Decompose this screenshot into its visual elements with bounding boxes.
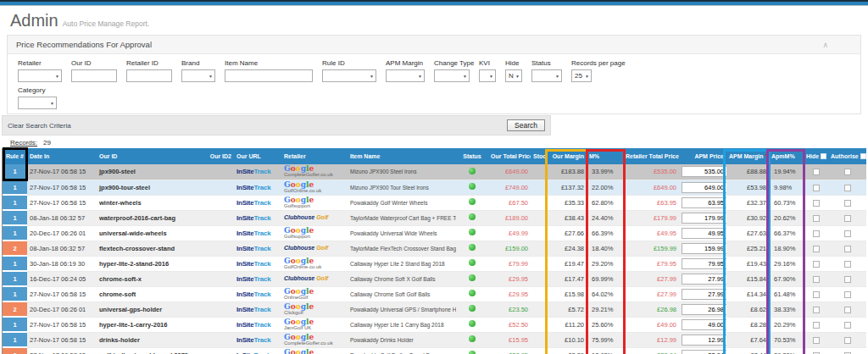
search-button[interactable]: Search: [507, 119, 545, 131]
col-our-id[interactable]: Our ID: [97, 148, 200, 164]
authorise-all-checkbox[interactable]: [860, 153, 866, 159]
col-stock[interactable]: Stock: [531, 148, 548, 164]
retailer-select[interactable]: ▼: [18, 69, 62, 82]
table-row[interactable]: 2 20-Dec-17 06:26 01 universal-gps-holde…: [3, 301, 866, 317]
authorise-checkbox[interactable]: [844, 200, 851, 207]
status-select[interactable]: ▼: [531, 69, 562, 82]
table-row[interactable]: 1 27-Nov-17 06:58 15 hyper-lite-1-carry-…: [3, 317, 866, 332]
table-row[interactable]: 1 20-Dec-17 06:26 01 universal-wide-whee…: [3, 225, 866, 241]
hide-checkbox[interactable]: [813, 322, 820, 329]
table-row[interactable]: 1 27-Nov-17 06:58 15 winter-wheels InSit…: [3, 195, 866, 210]
authorise-checkbox[interactable]: [844, 337, 851, 344]
our-url-cell[interactable]: InSiteTrack: [234, 286, 281, 301]
authorise-checkbox[interactable]: [844, 307, 851, 313]
col-m-pct[interactable]: M%: [587, 148, 623, 164]
our-url-cell[interactable]: InSiteTrack: [234, 301, 281, 317]
col-apm-price[interactable]: APM Price: [679, 148, 726, 164]
retailer-cell[interactable]: GoogleGolfsupport: [281, 195, 348, 210]
apm-price-input[interactable]: [682, 243, 726, 254]
retailer-cell[interactable]: GoogleClickgolf: [281, 301, 348, 317]
hide-checkbox[interactable]: [813, 185, 820, 191]
retailer-id-input[interactable]: [126, 69, 172, 82]
authorise-checkbox[interactable]: [844, 276, 851, 283]
apm-price-input[interactable]: [682, 274, 726, 285]
retailer-cell[interactable]: GoogleGolfOnline.co.uk: [281, 180, 348, 195]
our-url-cell[interactable]: InSiteTrack: [234, 180, 281, 195]
our-id-input[interactable]: [71, 69, 117, 82]
our-url-cell[interactable]: InSiteTrack: [234, 210, 281, 225]
table-row[interactable]: 1 27-Nov-17 06:58 15 jpx900-tour-steel I…: [3, 180, 866, 195]
hide-checkbox[interactable]: [813, 291, 820, 298]
col-our-total-price[interactable]: Our Total Price: [488, 148, 531, 164]
hide-checkbox[interactable]: [813, 246, 820, 252]
hide-all-checkbox[interactable]: [821, 153, 826, 159]
records-per-page-select[interactable]: 25▼: [571, 69, 592, 82]
retailer-cell[interactable]: GoogleGolfsupport: [281, 225, 348, 241]
apm-price-input[interactable]: [682, 289, 726, 300]
change-type-select[interactable]: ▼: [434, 69, 470, 82]
table-row[interactable]: 2 08-Jan-18 06:32 57 flextech-crossover-…: [3, 241, 866, 256]
authorise-checkbox[interactable]: [844, 291, 851, 298]
authorise-checkbox[interactable]: [844, 169, 851, 175]
category-select[interactable]: ▼: [18, 97, 57, 109]
col-authorise[interactable]: Authorise: [828, 148, 866, 164]
our-url-cell[interactable]: InSiteTrack: [234, 241, 281, 256]
retailer-cell[interactable]: GoogleCompleteGolfer.co.uk: [281, 164, 348, 180]
hide-checkbox[interactable]: [813, 230, 820, 237]
retailer-cell[interactable]: ClubhouseGolf: [281, 241, 348, 256]
our-url-cell[interactable]: InSiteTrack: [234, 347, 281, 354]
table-row[interactable]: 1 16-Dec-17 06:24 05 chrome-soft-x InSit…: [3, 271, 866, 286]
table-row[interactable]: 1 27-Nov-17 06:58 15 chrome-soft InSiteT…: [3, 286, 866, 301]
table-row[interactable]: 1 08-Jan-18 06:32 57 waterproof-2016-car…: [3, 210, 866, 225]
our-url-cell[interactable]: InSiteTrack: [234, 271, 281, 286]
col-our-url[interactable]: Our URL: [234, 148, 281, 164]
apm-price-input[interactable]: [682, 197, 726, 208]
authorise-checkbox[interactable]: [844, 261, 851, 268]
table-row[interactable]: 2 27-Nov-17 06:58 15 golf-trolley-travel…: [3, 347, 866, 354]
hide-checkbox[interactable]: [813, 261, 820, 268]
table-row[interactable]: 1 27-Nov-17 06:58 15 drinks-holder InSit…: [3, 332, 866, 347]
retailer-cell[interactable]: GoogleGolfOnline.co.uk: [281, 256, 348, 271]
hide-select[interactable]: N▼: [505, 69, 522, 82]
brand-select[interactable]: ▼: [181, 69, 215, 82]
retailer-cell[interactable]: GoogleCompleteGolfer.co.uk: [281, 332, 348, 347]
hide-checkbox[interactable]: [813, 169, 820, 175]
col-date-in[interactable]: Date In: [27, 148, 97, 164]
retailer-cell[interactable]: GoogleAffordable Golf: [281, 347, 348, 354]
col-our-id2[interactable]: Our ID2: [200, 148, 234, 164]
col-apm-m-pct[interactable]: ApmM%: [769, 148, 804, 164]
apm-price-input[interactable]: [682, 166, 726, 177]
our-url-cell[interactable]: InSiteTrack: [234, 225, 281, 241]
authorise-checkbox[interactable]: [844, 185, 851, 191]
retailer-cell[interactable]: ClubhouseGolf: [281, 271, 348, 286]
col-rule[interactable]: Rule #: [3, 148, 27, 164]
retailer-cell[interactable]: GoogleJamGolf UK: [281, 317, 348, 332]
apm-price-input[interactable]: [682, 304, 726, 315]
apm-price-input[interactable]: [682, 350, 726, 354]
apm-price-input[interactable]: [682, 213, 726, 224]
hide-checkbox[interactable]: [813, 337, 820, 344]
col-retailer-total-price[interactable]: Retailer Total Price: [623, 148, 679, 164]
retailer-cell[interactable]: GoogleOnlineGolf: [281, 286, 348, 301]
authorise-checkbox[interactable]: [844, 246, 851, 252]
our-url-cell[interactable]: InSiteTrack: [234, 164, 281, 180]
apm-price-input[interactable]: [682, 182, 726, 193]
item-name-input[interactable]: [225, 69, 313, 82]
apm-price-input[interactable]: [682, 335, 726, 346]
col-retailer[interactable]: Retailer: [281, 148, 348, 164]
our-url-cell[interactable]: InSiteTrack: [234, 332, 281, 347]
our-url-cell[interactable]: InSiteTrack: [234, 317, 281, 332]
rule-id-select[interactable]: ▼: [322, 69, 376, 82]
retailer-cell[interactable]: ClubhouseGolf: [281, 210, 348, 225]
authorise-checkbox[interactable]: [844, 230, 851, 237]
apm-margin-select[interactable]: ▼: [386, 69, 425, 82]
hide-checkbox[interactable]: [813, 200, 820, 207]
col-apm-margin[interactable]: APM Margin*: [726, 148, 769, 164]
apm-price-input[interactable]: [682, 228, 726, 239]
hide-checkbox[interactable]: [813, 215, 820, 222]
table-row[interactable]: 1 27-Nov-17 06:58 15 jpx900-steel InSite…: [3, 164, 866, 180]
hide-checkbox[interactable]: [813, 276, 820, 283]
our-url-cell[interactable]: InSiteTrack: [234, 256, 281, 271]
apm-price-input[interactable]: [682, 319, 726, 330]
apm-price-input[interactable]: [682, 258, 726, 269]
